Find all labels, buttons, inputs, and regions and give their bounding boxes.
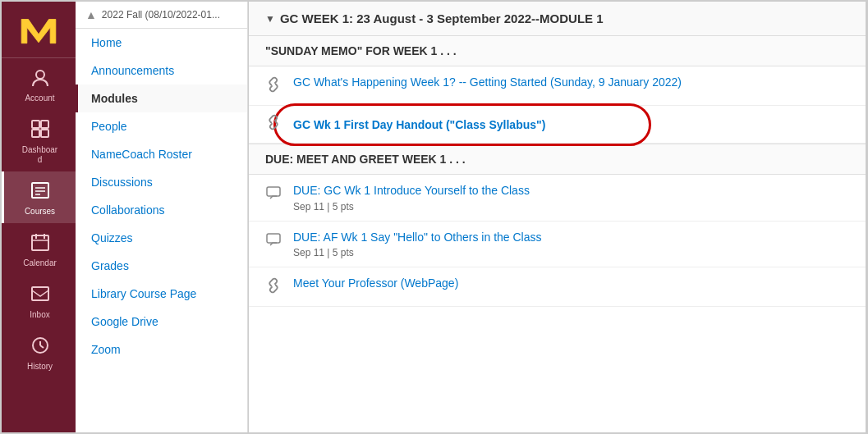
discussion-icon-1 [265,185,282,205]
nav-googledrive[interactable]: Google Drive [76,308,247,336]
history-icon [30,335,51,359]
calendar-icon [30,231,51,256]
svg-rect-10 [32,235,48,250]
nav-modules[interactable]: Modules [76,85,247,112]
due-item-1-title[interactable]: DUE: GC Wk 1 Introduce Yourself to the C… [293,184,530,197]
nav-announcements[interactable]: Announcements [76,57,247,85]
logo-area [2,2,76,58]
account-label: Account [25,94,54,103]
nav-collaborations[interactable]: Collaborations [76,196,247,224]
svg-rect-4 [32,130,39,137]
nav-grades[interactable]: Grades [76,252,247,280]
link-icon-webpage [265,277,282,298]
nav-home[interactable]: Home [76,29,247,57]
due-item-1-content: DUE: GC Wk 1 Introduce Yourself to the C… [293,183,530,212]
svg-rect-6 [32,183,48,198]
due-header: DUE: MEET AND GREET WEEK 1 . . . [249,144,866,175]
nav-discussions[interactable]: Discussions [76,168,247,196]
due-item-1: DUE: GC Wk 1 Introduce Yourself to the C… [249,175,866,222]
nav-item-dashboard[interactable]: Dashboard [2,110,76,171]
courses-label: Courses [25,207,55,217]
module-header: ▼ GC WEEK 1: 23 August - 3 September 202… [249,2,866,36]
nav-item-history[interactable]: History [2,327,76,378]
svg-line-17 [40,345,44,348]
sunday-memo-header: "SUNDAY MEMO" FOR WEEK 1 . . . [249,36,866,66]
link-icon-highlighted [265,114,282,135]
nav-namecoach[interactable]: NameCoach Roster [76,140,247,168]
calendar-label: Calendar [23,258,57,268]
link-icon-1 [265,76,282,97]
courses-icon [30,180,51,204]
nav-item-account[interactable]: Account [2,58,76,110]
discussion-icon-2 [265,231,282,252]
scroll-up-icon: ▲ [85,8,97,21]
main-content: ▼ GC WEEK 1: 23 August - 3 September 202… [248,2,866,434]
nav-item-inbox[interactable]: Inbox [2,275,76,327]
highlighted-item: GC Wk 1 First Day Handout ("Class Syllab… [249,106,866,144]
nav-zoom[interactable]: Zoom [76,336,247,363]
nav-library[interactable]: Library Course Page [76,280,247,308]
module-title: GC WEEK 1: 23 August - 3 September 2022-… [280,11,604,25]
svg-rect-5 [41,130,48,137]
course-sidebar-header: ▲ 2022 Fall (08/10/2022-01... [76,2,247,29]
dashboard-label: Dashboard [22,145,57,165]
svg-rect-3 [41,121,48,128]
webpage-link-text[interactable]: Meet Your Professor (WebPage) [293,276,458,292]
collapse-triangle[interactable]: ▼ [265,13,275,25]
content-item-1: GC What's Happening Week 1? -- Getting S… [249,66,866,106]
content-item-webpage: Meet Your Professor (WebPage) [249,267,866,307]
item-link-text-1[interactable]: GC What's Happening Week 1? -- Getting S… [293,75,682,91]
nav-item-calendar[interactable]: Calendar [2,223,76,275]
account-icon [30,66,51,91]
svg-rect-18 [267,187,280,196]
inbox-icon [30,283,51,308]
course-title: 2022 Fall (08/10/2022-01... [102,9,220,21]
due-item-2: DUE: AF Wk 1 Say "Hello" to Others in th… [249,222,866,268]
svg-rect-14 [32,287,48,300]
nav-item-courses[interactable]: Courses [2,171,76,223]
nav-people[interactable]: People [76,112,247,140]
course-nav: Home Announcements Modules People NameCo… [76,29,247,434]
svg-rect-19 [267,234,280,243]
inbox-label: Inbox [30,310,49,320]
due-item-1-meta: Sep 11 | 5 pts [293,201,530,212]
due-item-2-title[interactable]: DUE: AF Wk 1 Say "Hello" to Others in th… [293,231,541,244]
course-sidebar: ▲ 2022 Fall (08/10/2022-01... Home Annou… [76,2,248,434]
svg-marker-0 [21,20,56,43]
due-item-2-content: DUE: AF Wk 1 Say "Hello" to Others in th… [293,230,541,259]
svg-rect-2 [32,121,39,128]
due-item-2-meta: Sep 11 | 5 pts [293,247,541,258]
history-label: History [27,362,53,372]
highlighted-link-text[interactable]: GC Wk 1 First Day Handout ("Class Syllab… [293,118,545,131]
dashboard-icon [30,118,51,143]
svg-point-1 [36,71,44,79]
nav-quizzes[interactable]: Quizzes [76,224,247,252]
icon-nav: Account Dashboard Courses [2,2,76,434]
